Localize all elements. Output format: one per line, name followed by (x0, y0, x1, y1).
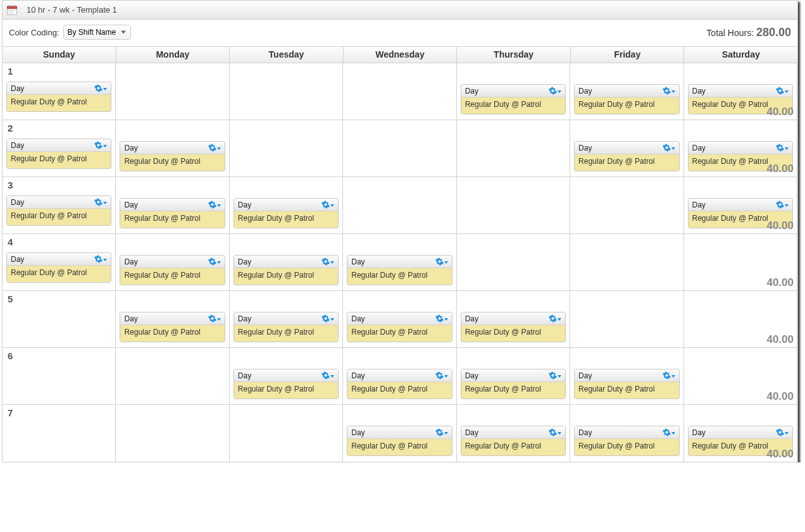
svg-rect-3 (14, 5, 15, 8)
day-cell[interactable] (116, 348, 229, 404)
day-cell[interactable] (116, 63, 229, 120)
shift-card[interactable]: DayRegular Duty @ Patrol (6, 252, 111, 283)
shift-card[interactable]: DayRegular Duty @ Patrol (574, 84, 679, 114)
shift-options-button[interactable] (776, 144, 789, 152)
shift-card[interactable]: DayRegular Duty @ Patrol (347, 369, 452, 399)
shift-options-button[interactable] (549, 428, 561, 436)
shift-card[interactable]: DayRegular Duty @ Patrol (120, 312, 225, 342)
shift-card[interactable]: DayRegular Duty @ Patrol (461, 312, 566, 342)
day-cell[interactable] (570, 291, 683, 347)
shift-card[interactable]: DayRegular Duty @ Patrol (574, 141, 679, 171)
shift-card[interactable]: DayRegular Duty @ Patrol (120, 198, 225, 228)
shift-options-button[interactable] (208, 201, 221, 209)
shift-options-button[interactable] (776, 87, 789, 95)
day-cell[interactable]: DayRegular Duty @ Patrol (343, 405, 456, 462)
day-cell[interactable] (343, 63, 456, 120)
shift-card[interactable]: DayRegular Duty @ Patrol (347, 426, 452, 456)
day-cell[interactable] (116, 405, 229, 462)
day-cell[interactable]: 2DayRegular Duty @ Patrol (3, 120, 116, 176)
day-cell[interactable]: DayRegular Duty @ Patrol (570, 63, 683, 120)
day-cell[interactable]: DayRegular Duty @ Patrol (457, 63, 570, 120)
day-cell[interactable]: DayRegular Duty @ Patrol (343, 348, 456, 404)
day-cell[interactable]: DayRegular Duty @ Patrol (116, 234, 229, 290)
shift-options-button[interactable] (208, 144, 221, 152)
day-cell[interactable]: 3DayRegular Duty @ Patrol (3, 177, 116, 233)
day-cell[interactable] (230, 405, 343, 462)
day-cell[interactable]: 7 (3, 405, 116, 462)
shift-card-header: Day (120, 256, 224, 268)
shift-detail: Regular Duty @ Patrol (7, 95, 111, 111)
shift-card[interactable]: DayRegular Duty @ Patrol (574, 369, 679, 399)
shift-options-button[interactable] (321, 371, 334, 380)
day-cell[interactable]: DayRegular Duty @ Patrol (457, 348, 570, 404)
day-cell[interactable]: DayRegular Duty @ Patrol (116, 177, 229, 233)
day-cell[interactable]: DayRegular Duty @ Patrol (570, 120, 683, 176)
shift-card[interactable]: DayRegular Duty @ Patrol (6, 195, 111, 226)
day-cell[interactable]: 6 (3, 348, 116, 404)
shift-options-button[interactable] (549, 87, 561, 95)
shift-options-button[interactable] (776, 201, 789, 209)
day-cell[interactable] (343, 177, 456, 233)
shift-options-button[interactable] (663, 87, 675, 95)
shift-options-button[interactable] (663, 371, 675, 380)
shift-options-button[interactable] (94, 84, 107, 92)
day-cell[interactable]: DayRegular Duty @ Patrol (230, 291, 343, 347)
day-cell[interactable]: DayRegular Duty @ Patrol (570, 348, 683, 404)
shift-options-button[interactable] (321, 201, 334, 209)
day-cell[interactable] (230, 63, 343, 120)
day-cell[interactable] (457, 234, 570, 290)
shift-options-button[interactable] (435, 314, 448, 323)
shift-card[interactable]: DayRegular Duty @ Patrol (6, 139, 111, 169)
day-cell[interactable] (570, 234, 683, 290)
day-cell[interactable]: DayRegular Duty @ Patrol (570, 405, 683, 462)
shift-card[interactable]: DayRegular Duty @ Patrol (347, 255, 452, 285)
day-cell[interactable] (570, 177, 683, 233)
shift-options-button[interactable] (208, 314, 221, 323)
day-cell[interactable]: DayRegular Duty @ Patrol (343, 291, 456, 347)
day-cell[interactable]: 1DayRegular Duty @ Patrol (3, 63, 116, 120)
shift-card[interactable]: DayRegular Duty @ Patrol (461, 84, 566, 114)
day-cell[interactable]: DayRegular Duty @ Patrol (230, 348, 343, 404)
day-cell[interactable]: DayRegular Duty @ Patrol (116, 120, 229, 176)
shift-options-button[interactable] (435, 257, 448, 266)
day-cell[interactable] (457, 177, 570, 233)
shift-card[interactable]: DayRegular Duty @ Patrol (574, 426, 679, 456)
shift-options-button[interactable] (435, 428, 448, 436)
day-cell[interactable]: 5 (3, 291, 116, 347)
day-cell[interactable]: 4DayRegular Duty @ Patrol (3, 234, 116, 290)
shift-card[interactable]: DayRegular Duty @ Patrol (6, 82, 111, 112)
shift-options-button[interactable] (549, 371, 561, 380)
shift-card[interactable]: DayRegular Duty @ Patrol (234, 369, 339, 399)
shift-options-button[interactable] (663, 144, 675, 152)
shift-card[interactable]: DayRegular Duty @ Patrol (461, 369, 566, 399)
shift-card[interactable]: DayRegular Duty @ Patrol (234, 312, 339, 342)
day-cell[interactable]: DayRegular Duty @ Patrol (457, 405, 570, 462)
shift-options-button[interactable] (435, 371, 448, 380)
shift-card-header: Day (689, 426, 792, 439)
day-cell[interactable]: DayRegular Duty @ Patrol (343, 234, 456, 290)
shift-options-button[interactable] (549, 314, 561, 323)
shift-options-button[interactable] (94, 198, 107, 206)
color-coding-select[interactable]: By Shift Name (63, 25, 131, 40)
shift-options-button[interactable] (321, 257, 334, 266)
shift-options-button[interactable] (208, 257, 221, 266)
day-cell[interactable] (457, 120, 570, 176)
shift-card[interactable]: DayRegular Duty @ Patrol (461, 426, 566, 456)
toolbar: Color Coding: By Shift Name Total Hours:… (3, 20, 797, 46)
day-cell[interactable]: DayRegular Duty @ Patrol (230, 234, 343, 290)
day-cell[interactable]: DayRegular Duty @ Patrol (457, 291, 570, 347)
shift-card[interactable]: DayRegular Duty @ Patrol (120, 255, 225, 285)
shift-card[interactable]: DayRegular Duty @ Patrol (234, 198, 339, 228)
shift-options-button[interactable] (94, 141, 107, 149)
shift-options-button[interactable] (776, 428, 789, 436)
shift-options-button[interactable] (94, 255, 107, 263)
shift-options-button[interactable] (321, 314, 334, 323)
shift-card[interactable]: DayRegular Duty @ Patrol (347, 312, 452, 342)
day-cell[interactable]: DayRegular Duty @ Patrol (230, 177, 343, 233)
shift-options-button[interactable] (663, 428, 675, 436)
day-cell[interactable] (343, 120, 456, 176)
day-cell[interactable]: DayRegular Duty @ Patrol (116, 291, 229, 347)
day-cell[interactable] (230, 120, 343, 176)
shift-card[interactable]: DayRegular Duty @ Patrol (234, 255, 339, 285)
shift-card[interactable]: DayRegular Duty @ Patrol (120, 141, 225, 171)
